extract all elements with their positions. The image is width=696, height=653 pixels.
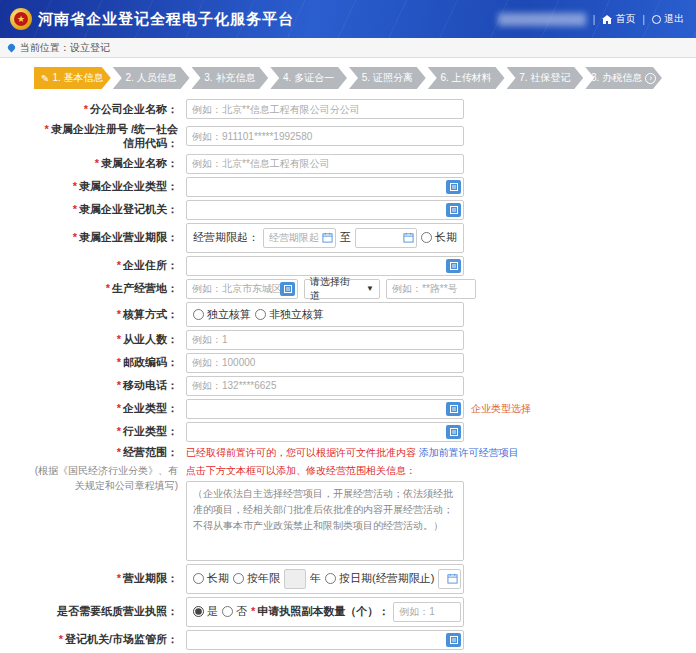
parent-code-label: 隶属企业注册号 /统一社会信用代码： [51,123,178,149]
list-picker-icon [449,427,459,437]
paper-license-yes-radio[interactable]: 是 [193,604,218,619]
form-row: *移动电话： [34,376,662,396]
home-label: 首页 [615,12,635,26]
list-picker-icon [283,284,293,294]
paper-license-no-radio[interactable]: 否 [222,604,247,619]
term-years-input[interactable] [284,569,306,589]
term-long-radio[interactable]: 长期 [193,571,229,586]
tab-license-separation[interactable]: 5. 证照分离 [349,67,426,89]
company-type-select-link[interactable]: 企业类型选择 [471,402,531,416]
tab-upload-materials[interactable]: 6. 上传材料 [428,67,505,89]
form-row: *企业住所： [34,256,662,276]
header-bar: ★ 河南省企业登记全程电子化服务平台 | 首页 | 退出 [0,0,696,38]
parent-authority-input[interactable] [186,200,464,220]
form-row: *营业期限： 长期 按年限 年 按日期(经营期限止) [34,564,662,594]
form-row: *经营范围： (根据《国民经济行业分类》、有关规定和公司章程填写) 已经取得前置… [34,445,662,561]
tab-personnel-info[interactable]: 2. 人员信息 [113,67,190,89]
form-row: *企业类型： 企业类型选择 [34,399,662,419]
home-link[interactable]: 首页 [602,12,635,26]
registry-label: 登记机关/市场监管所： [65,633,178,645]
branch-name-input[interactable] [186,99,464,119]
pencil-icon: ✎ [41,73,49,84]
term-box: 长期 按年限 年 按日期(经营期限止) [186,564,464,594]
parent-name-label: 隶属企业名称： [101,157,178,169]
tab-social-security[interactable]: 7. 社保登记 [507,67,584,89]
page-title: 河南省企业登记全程电子化服务平台 [38,10,294,29]
industry-type-input[interactable] [186,422,464,442]
calendar-icon[interactable] [447,573,458,584]
tab-supplementary-info[interactable]: 3. 补充信息 [192,67,269,89]
accounting-independent-radio[interactable]: 独立核算 [193,307,251,322]
scope-tip-1: 已经取得前置许可的，您可以根据许可文件批准内容 添加前置许可经营项目 [186,445,519,461]
list-picker-icon [449,205,459,215]
address-input[interactable] [186,256,464,276]
term-years-radio[interactable]: 按年限 [233,571,280,586]
tab-tax-info[interactable]: 8. 办税信息 › [585,67,662,89]
postcode-input[interactable] [186,353,464,373]
calendar-icon[interactable] [322,232,333,243]
registry-picker-button[interactable] [446,633,461,647]
header-divider: | [642,14,645,25]
mobile-label: 移动电话： [123,379,178,391]
registry-input[interactable] [186,630,464,650]
parent-authority-label: 隶属企业登记机关： [79,203,178,215]
parent-code-input[interactable] [186,126,464,146]
breadcrumb-label: 当前位置：设立登记 [20,41,110,55]
form-row: *分公司企业名称： [34,99,662,119]
company-type-picker-button[interactable] [446,402,461,416]
industry-type-picker-button[interactable] [446,425,461,439]
form-row: *隶属企业名称： [34,154,662,174]
username-redacted [498,13,586,26]
add-prelicense-item-link[interactable]: 添加前置许可经营项目 [419,447,519,458]
form-row: *隶属企业企业类型： [34,177,662,197]
form-row: *从业人数： [34,330,662,350]
parent-term-longterm-radio[interactable]: 长期 [421,230,457,245]
location-pin-icon [7,43,17,53]
parent-name-input[interactable] [186,154,464,174]
national-emblem-logo: ★ [10,8,32,30]
logout-link[interactable]: 退出 [652,12,684,26]
header-divider: | [593,14,596,25]
tab-basic-info[interactable]: ✎ 1. 基本信息 [34,67,111,89]
business-scope-textarea[interactable]: （企业依法自主选择经营项目，开展经营活动；依法须经批准的项目，经相关部门批准后依… [186,481,464,561]
form-row: *核算方式： 独立核算 非独立核算 [34,302,662,327]
form-row: *隶属企业营业期限： 经营期限起： 至 长期 [34,223,662,253]
parent-type-input[interactable] [186,177,464,197]
list-picker-icon [449,404,459,414]
copies-input[interactable] [393,602,461,622]
parent-authority-picker-button[interactable] [446,203,461,217]
form-row: *隶属企业登记机关： [34,200,662,220]
form-row: *生产经营地： 请选择街道 ▼ [34,279,662,299]
business-scope-label: 经营范围： [123,446,178,458]
business-place-picker-button[interactable] [280,282,295,296]
accounting-non-independent-radio[interactable]: 非独立核算 [255,307,324,322]
form-row: *邮政编码： [34,353,662,373]
list-picker-icon [449,635,459,645]
step-tabs: ✎ 1. 基本信息 2. 人员信息 3. 补充信息 4. 多证合一 5. 证照分… [34,67,662,89]
address-label: 企业住所： [123,259,178,271]
address-picker-button[interactable] [446,259,461,273]
mobile-input[interactable] [186,376,464,396]
business-place-detail-input[interactable] [386,279,476,299]
years-suffix-label: 年 [310,571,321,586]
logout-label: 退出 [664,12,684,26]
employees-input[interactable] [186,330,464,350]
paper-license-label: 是否需要纸质营业执照： [57,605,178,617]
company-type-input[interactable] [186,399,464,419]
list-picker-icon [449,182,459,192]
form-row: *隶属企业注册号 /统一社会信用代码： [34,122,662,151]
chevron-down-icon: ▼ [366,284,374,293]
calendar-icon[interactable] [403,232,414,243]
home-icon [602,15,612,24]
tab-multi-certificate[interactable]: 4. 多证合一 [270,67,347,89]
industry-type-label: 行业类型： [123,425,178,437]
postcode-label: 邮政编码： [123,356,178,368]
form-row: *行业类型： [34,422,662,442]
parent-type-label: 隶属企业企业类型： [79,180,178,192]
parent-type-picker-button[interactable] [446,180,461,194]
branch-name-label: 分公司企业名称： [90,103,178,115]
term-date-radio[interactable]: 按日期(经营期限止) [325,571,434,586]
paper-license-box: 是 否 *申请执照副本数量（个）： [186,597,464,627]
street-select[interactable]: 请选择街道 ▼ [304,279,380,299]
employees-label: 从业人数： [123,333,178,345]
